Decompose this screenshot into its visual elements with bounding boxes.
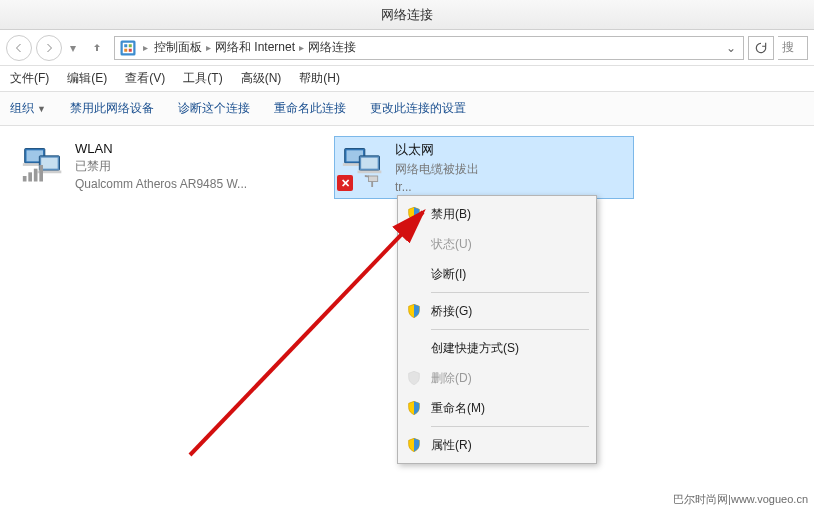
connections-grid: WLAN 已禁用 Qualcomm Atheros AR9485 W... ✕	[14, 136, 800, 199]
wlan-status: 已禁用	[75, 158, 247, 175]
ctx-properties-label: 属性(R)	[431, 437, 472, 454]
toolbar-change[interactable]: 更改此连接的设置	[370, 100, 466, 117]
blank-icon	[405, 339, 423, 357]
menubar: 文件(F) 编辑(E) 查看(V) 工具(T) 高级(N) 帮助(H)	[0, 66, 814, 92]
menu-advanced[interactable]: 高级(N)	[241, 70, 282, 87]
connection-wlan[interactable]: WLAN 已禁用 Qualcomm Atheros AR9485 W...	[14, 136, 314, 199]
forward-arrow-icon	[43, 42, 55, 54]
back-arrow-icon	[13, 42, 25, 54]
breadcrumb-seg[interactable]: 网络连接	[308, 39, 356, 56]
ctx-shortcut-label: 创建快捷方式(S)	[431, 340, 519, 357]
titlebar: 网络连接	[0, 0, 814, 30]
control-panel-icon	[119, 39, 137, 57]
addressbar[interactable]: ▸ 控制面板 ▸ 网络和 Internet ▸ 网络连接 ⌄	[114, 36, 744, 60]
shield-icon	[405, 399, 423, 417]
svg-rect-20	[361, 158, 378, 169]
separator	[431, 329, 589, 330]
ctx-status: 状态(U)	[401, 229, 593, 259]
ctx-diagnose[interactable]: 诊断(I)	[401, 259, 593, 289]
ethernet-info: 以太网 网络电缆被拔出 tr...	[395, 141, 479, 194]
shield-icon	[405, 302, 423, 320]
addressbar-row: ▾ ▸ 控制面板 ▸ 网络和 Internet ▸ 网络连接 ⌄ 搜	[0, 30, 814, 66]
menu-edit[interactable]: 编辑(E)	[67, 70, 107, 87]
svg-rect-4	[124, 48, 127, 51]
addr-separator-icon: ▸	[143, 42, 148, 53]
ctx-shortcut[interactable]: 创建快捷方式(S)	[401, 333, 593, 363]
watermark: 巴尔时尚网|www.vogueo.cn	[673, 492, 808, 507]
wlan-icon	[19, 141, 67, 189]
ctx-delete: 删除(D)	[401, 363, 593, 393]
blank-icon	[405, 265, 423, 283]
breadcrumb-seg[interactable]: 网络和 Internet	[215, 39, 295, 56]
breadcrumb: 控制面板 ▸ 网络和 Internet ▸ 网络连接	[154, 39, 356, 56]
svg-rect-22	[369, 176, 378, 182]
up-button[interactable]	[84, 35, 110, 61]
ethernet-icon: ✕	[339, 141, 387, 189]
menu-tools[interactable]: 工具(T)	[183, 70, 222, 87]
toolbar-organize-label: 组织	[10, 100, 34, 117]
refresh-icon	[754, 41, 768, 55]
ctx-bridge-label: 桥接(G)	[431, 303, 472, 320]
error-x-icon: ✕	[337, 175, 353, 191]
svg-rect-14	[34, 169, 38, 182]
ctx-rename-label: 重命名(M)	[431, 400, 485, 417]
wlan-adapter: Qualcomm Atheros AR9485 W...	[75, 177, 247, 191]
svg-rect-10	[41, 158, 58, 169]
ctx-rename[interactable]: 重命名(M)	[401, 393, 593, 423]
addr-separator-icon: ▸	[299, 42, 304, 53]
window-title: 网络连接	[381, 6, 433, 24]
toolbar-diagnose[interactable]: 诊断这个连接	[178, 100, 250, 117]
addressbar-dropdown[interactable]: ⌄	[723, 41, 739, 55]
ethernet-adapter: tr...	[395, 180, 479, 194]
ethernet-status: 网络电缆被拔出	[395, 161, 479, 178]
svg-rect-21	[358, 171, 382, 174]
shield-icon	[405, 369, 423, 387]
search-box[interactable]: 搜	[778, 36, 808, 60]
ctx-diagnose-label: 诊断(I)	[431, 266, 466, 283]
context-menu: 禁用(B) 状态(U) 诊断(I) 桥接(G) 创建快捷方式(S) 删除(D) …	[397, 195, 597, 464]
toolbar: 组织 ▼ 禁用此网络设备 诊断这个连接 重命名此连接 更改此连接的设置	[0, 92, 814, 126]
ctx-disable[interactable]: 禁用(B)	[401, 199, 593, 229]
back-button[interactable]	[6, 35, 32, 61]
ctx-properties[interactable]: 属性(R)	[401, 430, 593, 460]
refresh-button[interactable]	[748, 36, 774, 60]
svg-rect-12	[23, 176, 27, 182]
separator	[431, 426, 589, 427]
menu-file[interactable]: 文件(F)	[10, 70, 49, 87]
ctx-disable-label: 禁用(B)	[431, 206, 471, 223]
separator	[431, 292, 589, 293]
ethernet-title: 以太网	[395, 141, 479, 159]
wlan-title: WLAN	[75, 141, 247, 156]
svg-rect-13	[28, 172, 32, 181]
toolbar-organize[interactable]: 组织 ▼	[10, 100, 46, 117]
svg-rect-3	[129, 44, 132, 47]
toolbar-disable[interactable]: 禁用此网络设备	[70, 100, 154, 117]
up-arrow-icon	[91, 42, 103, 54]
svg-rect-2	[124, 44, 127, 47]
ctx-delete-label: 删除(D)	[431, 370, 472, 387]
shield-icon	[405, 436, 423, 454]
toolbar-rename[interactable]: 重命名此连接	[274, 100, 346, 117]
breadcrumb-seg[interactable]: 控制面板	[154, 39, 202, 56]
connection-ethernet[interactable]: ✕ 以太网 网络电缆被拔出 tr...	[334, 136, 634, 199]
shield-icon	[405, 205, 423, 223]
recent-locations-dropdown[interactable]: ▾	[66, 36, 80, 60]
wlan-info: WLAN 已禁用 Qualcomm Atheros AR9485 W...	[75, 141, 247, 194]
svg-rect-5	[129, 48, 132, 51]
ctx-bridge[interactable]: 桥接(G)	[401, 296, 593, 326]
ctx-status-label: 状态(U)	[431, 236, 472, 253]
blank-icon	[405, 235, 423, 253]
svg-rect-15	[39, 165, 43, 182]
menu-help[interactable]: 帮助(H)	[299, 70, 340, 87]
addr-separator-icon: ▸	[206, 42, 211, 53]
search-placeholder: 搜	[782, 39, 794, 56]
forward-button[interactable]	[36, 35, 62, 61]
chevron-down-icon: ▼	[37, 104, 46, 114]
menu-view[interactable]: 查看(V)	[125, 70, 165, 87]
